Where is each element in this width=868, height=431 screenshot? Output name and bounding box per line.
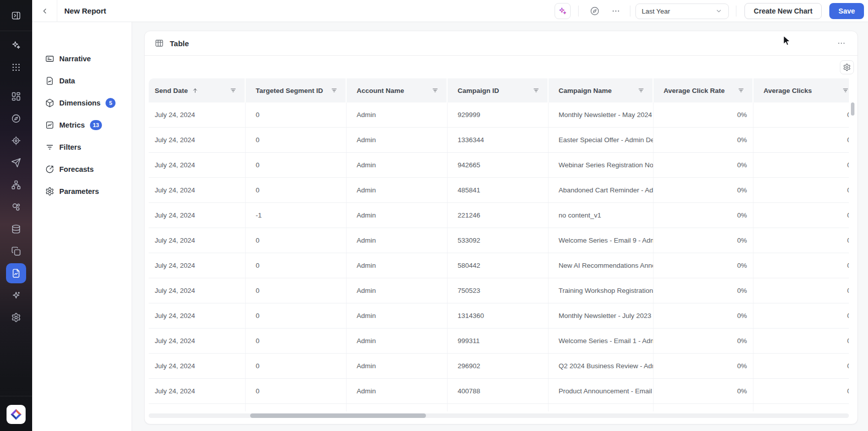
- time-range-select[interactable]: Last Year: [635, 4, 729, 19]
- table-cell: 0%: [654, 329, 753, 353]
- compass-icon: [590, 6, 600, 16]
- rail-item-report-document[interactable]: [6, 263, 26, 283]
- sidebar-item-data[interactable]: Data: [38, 72, 129, 90]
- filter-icon[interactable]: [738, 87, 745, 94]
- table-cell: 0%: [654, 178, 753, 202]
- save-button[interactable]: Save: [829, 3, 864, 19]
- table-cell: 0: [753, 354, 849, 378]
- table-header-row: Send DateTargeted Segment IDAccount Name…: [149, 78, 849, 102]
- filter-icon[interactable]: [638, 87, 645, 94]
- rail-item-locate-target[interactable]: [7, 132, 25, 150]
- rail-item-dashboard-blocks[interactable]: [7, 87, 25, 105]
- column-header-campaign-name[interactable]: Campaign Name: [549, 78, 654, 102]
- ai-sparkles-icon: [11, 40, 21, 50]
- filter-icon[interactable]: [432, 87, 440, 94]
- table-cell: 0: [753, 153, 849, 177]
- rail-item-compass[interactable]: [7, 110, 25, 128]
- column-header-campaign-id[interactable]: Campaign ID: [448, 78, 549, 102]
- filter-icon[interactable]: [533, 87, 540, 94]
- table-cell: 0%: [654, 102, 753, 127]
- table-cell: July 24, 2024: [149, 253, 246, 278]
- column-header-average-clicks[interactable]: Average Clicks: [753, 78, 849, 102]
- column-header-targeted-segment-id[interactable]: Targeted Segment ID: [246, 78, 347, 102]
- data-table: Send DateTargeted Segment IDAccount Name…: [149, 78, 849, 411]
- create-new-chart-button[interactable]: Create New Chart: [744, 3, 822, 19]
- table-row[interactable]: July 24, 20240Admin400788Product Announc…: [149, 379, 849, 404]
- explore-compass-button[interactable]: [588, 4, 602, 18]
- table-row[interactable]: July 24, 20240Admin533092Welcome Series …: [149, 228, 849, 253]
- table-cell: Welcome Series - Email 1 - Admin: [549, 329, 654, 353]
- back-button[interactable]: [37, 4, 52, 19]
- rail-item-shapes-circles[interactable]: [7, 198, 25, 216]
- rail-item-apps-grid[interactable]: [7, 58, 25, 76]
- left-rail: [0, 0, 32, 431]
- table-cell: Admin: [347, 329, 448, 353]
- brand-logo[interactable]: [7, 405, 26, 424]
- rail-item-copy-pages[interactable]: [7, 242, 25, 260]
- sidebar-item-metrics[interactable]: Metrics13: [38, 116, 129, 134]
- filter-icon[interactable]: [230, 87, 238, 94]
- column-header-average-click-rate[interactable]: Average Click Rate: [654, 78, 753, 102]
- table-cell: Admin: [347, 228, 448, 253]
- table-row[interactable]: July 24, 20240Admin942665Webinar Series …: [149, 153, 849, 178]
- rail-item-sparkle[interactable]: [7, 286, 25, 304]
- rail-item-panel-toggle[interactable]: [7, 7, 25, 25]
- page-title: New Report: [64, 7, 106, 15]
- chevron-down-icon: [715, 8, 722, 15]
- table-row[interactable]: July 24, 20240Admin999311Welcome Series …: [149, 329, 849, 354]
- table-row[interactable]: July 24, 20240Admin1314360Monthly Newsle…: [149, 303, 849, 329]
- table-row[interactable]: [149, 404, 849, 411]
- table-settings-button[interactable]: [840, 60, 854, 74]
- filter-icon[interactable]: [842, 87, 849, 94]
- more-options-button[interactable]: [609, 4, 623, 18]
- sidebar-item-label: Narrative: [59, 55, 91, 63]
- filter-icon[interactable]: [331, 87, 339, 94]
- table-row[interactable]: July 24, 20240Admin296902Q2 2024 Busines…: [149, 354, 849, 379]
- column-header-account-name[interactable]: Account Name: [347, 78, 448, 102]
- table-panel: Table Send DateTargeted Segment IDAccoun…: [144, 31, 858, 424]
- table-cell: -1: [246, 203, 347, 228]
- sidebar-item-narrative[interactable]: Narrative: [38, 50, 129, 68]
- panel-title: Table: [170, 39, 189, 48]
- rail-item-org-chart[interactable]: [7, 176, 25, 194]
- rail-divider: [0, 31, 32, 31]
- parameters-gear-icon: [45, 187, 54, 196]
- panel-menu-button[interactable]: [834, 36, 848, 50]
- sidebar-item-filters[interactable]: Filters: [38, 138, 129, 156]
- table-row[interactable]: July 24, 20240Admin580442New AI Recommen…: [149, 253, 849, 278]
- topbar-divider: [630, 6, 630, 17]
- table-cell: 0: [246, 153, 347, 177]
- sidebar-item-forecasts[interactable]: Forecasts: [38, 160, 129, 178]
- sort-ascending-icon: [192, 87, 198, 94]
- rail-item-settings-gear[interactable]: [7, 308, 25, 327]
- column-header-send-date[interactable]: Send Date: [149, 78, 246, 102]
- ai-assistant-button[interactable]: [555, 3, 571, 19]
- table-cell: 533092: [448, 228, 549, 253]
- back-chevron-icon: [41, 7, 49, 15]
- table-cell: [347, 404, 448, 411]
- brand-logo-icon: [10, 408, 23, 421]
- sidebar-item-parameters[interactable]: Parameters: [38, 182, 129, 200]
- table-cell: 0: [246, 178, 347, 202]
- table-cell: 0: [246, 329, 347, 353]
- rail-item-database[interactable]: [7, 220, 25, 238]
- table-cell: 0: [753, 329, 849, 353]
- column-label: Targeted Segment ID: [256, 87, 323, 94]
- rail-item-send[interactable]: [7, 154, 25, 172]
- table-cell: [448, 404, 549, 411]
- vertical-scrollbar-thumb[interactable]: [851, 102, 854, 116]
- table-row[interactable]: July 24, 20240Admin929999Monthly Newslet…: [149, 102, 849, 128]
- table-row[interactable]: July 24, 20240Admin485841Abandoned Cart …: [149, 178, 849, 203]
- table-cell: 0%: [654, 203, 753, 228]
- table-cell: [753, 404, 849, 411]
- table-row[interactable]: July 24, 20240Admin750523Training Worksh…: [149, 278, 849, 303]
- table-row[interactable]: July 24, 2024-1Admin221246no content_v10…: [149, 203, 849, 228]
- sidebar-item-dimensions[interactable]: Dimensions5: [38, 94, 129, 112]
- horizontal-scrollbar-thumb[interactable]: [250, 413, 426, 418]
- table-cell: 0: [246, 278, 347, 303]
- rail-item-ai-sparkles[interactable]: [7, 36, 25, 54]
- table-cell: 0%: [654, 153, 753, 177]
- table-cell: 929999: [448, 102, 549, 127]
- data-file-icon: [45, 76, 54, 85]
- table-row[interactable]: July 24, 20240Admin1336344Easter Special…: [149, 128, 849, 153]
